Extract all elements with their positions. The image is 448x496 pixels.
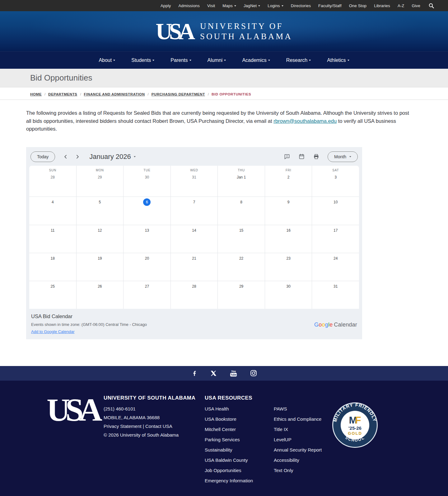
youtube-icon[interactable]: YouTube xyxy=(229,369,238,377)
today-date-badge[interactable]: 6 xyxy=(143,198,151,206)
google-calendar-logo[interactable]: GoogleCalendar xyxy=(314,322,357,328)
utility-link-logins[interactable]: Logins xyxy=(268,3,283,8)
instagram-icon[interactable] xyxy=(250,370,257,377)
today-button[interactable]: Today xyxy=(30,151,55,162)
nav-item-parents[interactable]: Parents xyxy=(170,58,191,63)
nav-item-academics[interactable]: Academics xyxy=(242,58,270,63)
breadcrumb-item-departments[interactable]: DEPARTMENTS xyxy=(48,92,77,96)
nav-item-alumni[interactable]: Alumni xyxy=(208,58,226,63)
calendar-cell-7[interactable]: 7 xyxy=(170,197,218,225)
footer-link-text-only[interactable]: Text Only xyxy=(274,468,293,473)
previous-month-button[interactable] xyxy=(61,152,70,161)
calendar-cell-jan-1[interactable]: THUJan 1 xyxy=(217,166,265,197)
footer-link-levelup[interactable]: LevelUP xyxy=(274,437,292,442)
calendar-cell-15[interactable]: 15 xyxy=(217,225,265,253)
footer-link-usa-health[interactable]: USA Health xyxy=(205,406,229,411)
footer-logo[interactable]: USA xyxy=(47,394,104,496)
utility-link-libraries[interactable]: Libraries xyxy=(374,3,390,8)
footer-link-usa-baldwin-county[interactable]: USA Baldwin County xyxy=(205,457,248,463)
calendar-cell-8[interactable]: 8 xyxy=(217,197,265,225)
utility-link-give[interactable]: Give xyxy=(412,3,420,8)
calendar-cell-21[interactable]: 21 xyxy=(170,253,218,281)
calendar-cell-27[interactable]: 27 xyxy=(123,281,170,309)
footer-link-annual-security-report[interactable]: Annual Security Report xyxy=(274,447,322,452)
search-icon[interactable] xyxy=(428,3,434,9)
footer-link-job-opportunities[interactable]: Job Opportunities xyxy=(205,468,241,473)
calendar-cell-30[interactable]: TUE30 xyxy=(123,166,170,197)
utility-link-admissions[interactable]: Admissions xyxy=(178,3,199,8)
nav-item-research[interactable]: Research xyxy=(286,58,311,63)
footer-link-mitchell-center[interactable]: Mitchell Center xyxy=(205,427,236,432)
calendar-cell-24[interactable]: 24 xyxy=(312,253,359,281)
utility-link-maps[interactable]: Maps xyxy=(222,3,236,8)
utility-link-visit[interactable]: Visit xyxy=(207,3,215,8)
footer-link-privacy-statement[interactable]: Privacy Statement xyxy=(104,424,142,429)
calendar-cell-14[interactable]: 14 xyxy=(170,225,218,253)
calendar-cell-18[interactable]: 18 xyxy=(29,253,76,281)
google-logo: Google xyxy=(314,322,333,328)
breadcrumb-item-purchasing-department[interactable]: PURCHASING DEPARTMENT xyxy=(152,92,205,96)
footer-link-emergency-information[interactable]: Emergency Information xyxy=(205,478,253,483)
university-logo[interactable]: USA UNIVERSITY OF SOUTH ALABAMA xyxy=(156,20,292,43)
calendar-cell-19[interactable]: 19 xyxy=(76,253,124,281)
calendar-cell-29[interactable]: MON29 xyxy=(76,166,124,197)
calendar-cell-10[interactable]: 10 xyxy=(312,197,359,225)
calendar-cell-25[interactable]: 25 xyxy=(29,281,76,309)
utility-link-faculty-staff[interactable]: Faculty/Staff xyxy=(318,3,342,8)
wordmark-line2: SOUTH ALABAMA xyxy=(200,32,292,41)
calendar-cell-31[interactable]: 31 xyxy=(312,281,359,309)
utility-link-one-stop[interactable]: One Stop xyxy=(349,3,367,8)
utility-link-apply[interactable]: Apply xyxy=(161,3,171,8)
add-to-google-calendar-link[interactable]: Add to Google Calendar xyxy=(31,329,74,334)
breadcrumb-item-finance-and-administration[interactable]: FINANCE AND ADMINISTRATION xyxy=(84,92,145,96)
calendar-cell-2[interactable]: FRI2 xyxy=(265,166,312,197)
nav-item-students[interactable]: Students xyxy=(131,58,154,63)
page-title: Bid Opportunities xyxy=(30,73,92,83)
breadcrumb-item-home[interactable]: HOME xyxy=(30,92,42,96)
footer-link-title-ix[interactable]: Title IX xyxy=(274,427,288,432)
facebook-icon[interactable] xyxy=(191,370,198,377)
footer-link-paws[interactable]: PAWS xyxy=(274,406,287,411)
utility-link-jagnet[interactable]: JagNet xyxy=(244,3,260,8)
calendar-cell-6[interactable]: 6 xyxy=(123,197,170,225)
view-selector-month[interactable]: Month xyxy=(328,151,358,162)
email-link[interactable]: rbrown@southalabama.edu xyxy=(273,118,337,124)
utility-link-a-z[interactable]: A-Z xyxy=(398,3,404,8)
calendar-cell-23[interactable]: 23 xyxy=(265,253,312,281)
list-item: Accessibility xyxy=(274,457,329,463)
calendar-cell-13[interactable]: 13 xyxy=(123,225,170,253)
calendar-cell-9[interactable]: 9 xyxy=(265,197,312,225)
calendar-cell-22[interactable]: 22 xyxy=(217,253,265,281)
calendar-cell-30[interactable]: 30 xyxy=(265,281,312,309)
calendar-cell-20[interactable]: 20 xyxy=(123,253,170,281)
footer-link-sustainability[interactable]: Sustainability xyxy=(205,447,232,452)
footer-link-parking-services[interactable]: Parking Services xyxy=(205,437,240,442)
calendar-cell-16[interactable]: 16 xyxy=(265,225,312,253)
calendar-cell-28[interactable]: SUN28 xyxy=(29,166,76,197)
calendar-cell-3[interactable]: SAT3 xyxy=(312,166,359,197)
chevron-down-icon xyxy=(134,156,136,157)
calendar-month-dropdown[interactable]: January 2026 xyxy=(89,153,135,161)
x-icon[interactable] xyxy=(210,370,217,377)
calendar-cell-31[interactable]: WED31 xyxy=(170,166,218,197)
calendar-cell-4[interactable]: 4 xyxy=(29,197,76,225)
nav-item-about[interactable]: About xyxy=(99,58,115,63)
footer-link-usa-bookstore[interactable]: USA Bookstore xyxy=(205,416,236,422)
footer-link-contact-usa[interactable]: Contact USA xyxy=(145,424,172,429)
today-button-label: Today xyxy=(37,154,49,159)
nav-item-athletics[interactable]: Athletics xyxy=(327,58,349,63)
feedback-icon[interactable] xyxy=(284,153,290,160)
next-month-button[interactable] xyxy=(73,152,82,161)
calendar-cell-17[interactable]: 17 xyxy=(312,225,359,253)
calendar-cell-26[interactable]: 26 xyxy=(76,281,124,309)
utility-link-directories[interactable]: Directories xyxy=(291,3,311,8)
calendar-cell-11[interactable]: 11 xyxy=(29,225,76,253)
calendar-cell-28[interactable]: 28 xyxy=(170,281,218,309)
footer-link-ethics-and-compliance[interactable]: Ethics and Compliance xyxy=(274,416,321,422)
print-icon[interactable] xyxy=(313,153,320,160)
calendar-cell-5[interactable]: 5 xyxy=(76,197,124,225)
calendar-cell-12[interactable]: 12 xyxy=(76,225,124,253)
date-picker-icon[interactable] xyxy=(298,153,305,160)
calendar-cell-29[interactable]: 29 xyxy=(217,281,265,309)
footer-link-accessibility[interactable]: Accessibility xyxy=(274,457,299,463)
